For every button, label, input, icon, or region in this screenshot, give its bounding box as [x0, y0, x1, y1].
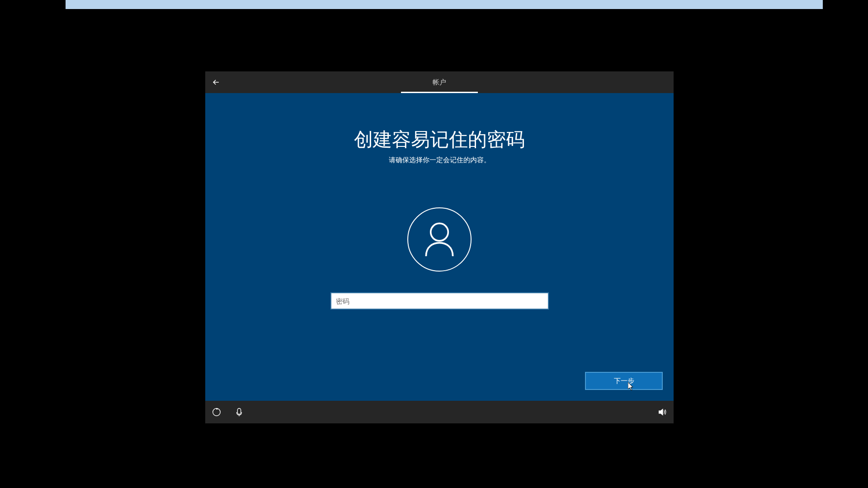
ime-icon	[234, 407, 244, 417]
back-button[interactable]	[205, 71, 227, 93]
page-subtitle: 请确保选择你一定会记住的内容。	[389, 156, 491, 164]
tab-container: 帐户	[401, 71, 478, 93]
user-avatar	[407, 207, 472, 272]
user-icon	[423, 221, 456, 258]
browser-top-bar	[66, 0, 823, 9]
tab-account-label: 帐户	[433, 78, 446, 87]
bottom-bar	[205, 401, 674, 423]
ease-of-access-button[interactable]	[212, 407, 222, 417]
header-bar: 帐户	[205, 71, 674, 93]
tab-account[interactable]: 帐户	[401, 71, 478, 93]
password-input[interactable]	[330, 292, 549, 310]
oobe-setup-window: 帐户 创建容易记住的密码 请确保选择你一定会记住的内容。 下一步	[205, 71, 674, 423]
volume-icon	[657, 407, 667, 417]
content-area: 创建容易记住的密码 请确保选择你一定会记住的内容。 下一步	[205, 93, 674, 401]
next-button[interactable]: 下一步	[585, 372, 663, 390]
bottom-right-icons	[657, 407, 667, 417]
ease-of-access-icon	[212, 407, 222, 417]
ime-button[interactable]	[234, 407, 244, 417]
svg-point-0	[431, 223, 448, 241]
volume-button[interactable]	[657, 407, 667, 417]
bottom-left-icons	[212, 407, 244, 417]
page-title: 创建容易记住的密码	[354, 127, 525, 152]
back-arrow-icon	[212, 78, 221, 87]
next-button-label: 下一步	[614, 377, 634, 385]
svg-rect-2	[237, 408, 241, 414]
